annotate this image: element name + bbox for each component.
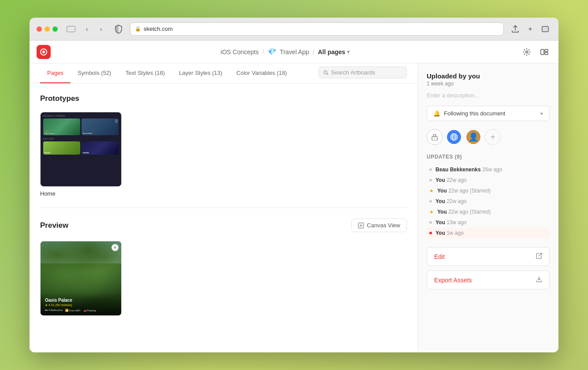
follow-bell-icon: 🔔: [433, 110, 440, 117]
back-button[interactable]: ‹: [81, 23, 93, 35]
add-member-button[interactable]: +: [485, 129, 501, 145]
sidebar-toggle[interactable]: [67, 26, 75, 32]
search-artboards-container[interactable]: [319, 67, 407, 78]
recently-viewed-section: Recently Viewed ★ 4.41 Oasis Palace: [43, 115, 119, 135]
avatar-globe: [446, 129, 462, 145]
svg-point-11: [434, 138, 435, 139]
tab-layer-styles[interactable]: Layer Styles (13): [172, 63, 229, 83]
preview-section: Preview Canvas View: [40, 218, 407, 316]
update-item-1: Beau Bekkenenks 26w ago: [427, 164, 550, 175]
update-user-1: Beau Bekkenenks: [435, 166, 481, 173]
artboard-card-home[interactable]: Recently Viewed ★ 4.41 Oasis Palace: [40, 112, 122, 197]
update-dot-6: [429, 221, 432, 224]
update-item-5: ★ You 22w ago (Starred): [427, 207, 550, 217]
update-dot-4: [429, 200, 432, 203]
search-artboards-input[interactable]: [331, 69, 402, 76]
search-icon: [324, 70, 328, 75]
artboard-grid-prototypes: Recently Viewed ★ 4.41 Oasis Palace: [40, 112, 407, 197]
updates-list: Beau Bekkenenks 26w ago You 22w ago ★ Yo…: [427, 164, 550, 238]
tab-color-variables[interactable]: Color Variables (18): [229, 63, 294, 83]
breadcrumb-workspace[interactable]: iOS Concepts: [221, 48, 259, 56]
update-time-5: 22w ago (Starred): [448, 209, 491, 215]
canvas-view-button[interactable]: Canvas View: [351, 218, 407, 232]
update-time-2: 22w ago: [447, 177, 466, 183]
export-assets-button[interactable]: Export Assets: [427, 270, 550, 289]
layout-toggle-button[interactable]: [537, 45, 551, 59]
app-bar: iOS Concepts / 💎 Travel App / All pages …: [30, 41, 558, 63]
section-divider: [40, 207, 407, 208]
uploaded-by-label: Uploaded by you: [427, 72, 550, 80]
artboard-card-oasis[interactable]: × Oasis Palace ★ 4.41 (58 reviews) 🛏 3 B…: [40, 241, 122, 316]
canvas-view-label: Canvas View: [367, 222, 400, 229]
minimize-button[interactable]: [45, 26, 50, 32]
nav-buttons: ‹ ›: [81, 23, 107, 35]
url-text: sketch.com: [144, 26, 173, 32]
update-item-4: You 22w ago: [427, 196, 550, 207]
lock-access-icon: [427, 129, 443, 145]
artboard-grid-preview: × Oasis Palace ★ 4.41 (58 reviews) 🛏 3 B…: [40, 241, 407, 316]
share-button[interactable]: [509, 23, 521, 35]
tab-overview-button[interactable]: [539, 23, 551, 35]
tab-pages[interactable]: Pages: [40, 63, 71, 83]
close-button[interactable]: [37, 26, 42, 32]
preview-section-header: Preview Canvas View: [40, 218, 407, 232]
tree-canopy: [41, 241, 121, 286]
tab-symbols[interactable]: Symbols (52): [71, 63, 119, 83]
bookmark-icon: [115, 119, 118, 123]
update-time-6: 13w ago: [447, 219, 466, 226]
updates-label: UPDATES (9): [427, 154, 550, 160]
svg-rect-7: [545, 52, 548, 55]
gem-icon: 💎: [268, 48, 276, 56]
avatar-user: 👤: [465, 129, 481, 145]
app-bar-right: [520, 45, 551, 59]
browser-window: ‹ › 🔒 sketch.com +: [30, 18, 558, 352]
svg-rect-6: [545, 49, 548, 52]
right-sidebar: Uploaded by you 1 week ago Enter a descr…: [417, 63, 558, 352]
svg-rect-5: [541, 49, 544, 55]
breadcrumb-chevron-icon: ▾: [347, 49, 350, 55]
breadcrumb-project[interactable]: Travel App: [280, 48, 309, 56]
home-thumbnail[interactable]: Recently Viewed ★ 4.41 Oasis Palace: [40, 112, 122, 187]
update-user-7: You: [435, 230, 445, 236]
update-user-5: You: [437, 209, 447, 215]
update-user-2: You: [435, 177, 445, 183]
follow-dropdown-button[interactable]: 🔔 Following this document ▾: [427, 106, 550, 121]
close-preview-button[interactable]: ×: [112, 244, 119, 251]
amenity-bedrooms: 🛏 3 Bedrooms: [45, 309, 63, 312]
breadcrumb: iOS Concepts / 💎 Travel App / All pages …: [51, 48, 520, 56]
action-buttons: Edit Export Assets: [427, 247, 550, 289]
update-dot-7: [429, 232, 432, 234]
maximize-button[interactable]: [52, 26, 58, 32]
app-logo: [37, 45, 51, 59]
update-time-1: 26w ago: [482, 166, 502, 173]
address-bar[interactable]: 🔒 sketch.com: [130, 22, 504, 36]
oasis-rating: ★ 4.41 (58 reviews): [45, 303, 117, 307]
canvas-view-icon: [358, 222, 364, 229]
update-item-3: ★ You 22w ago (Starred): [427, 185, 550, 196]
breadcrumb-current[interactable]: All pages ▾: [318, 48, 350, 56]
svg-point-4: [526, 51, 528, 53]
forward-button[interactable]: ›: [95, 23, 107, 35]
upload-time: 1 week ago: [427, 81, 550, 87]
breadcrumb-sep1: /: [262, 48, 264, 56]
description-field[interactable]: Enter a description...: [427, 92, 550, 99]
globe-icon: [450, 133, 458, 141]
tab-text-styles[interactable]: Text Styles (18): [118, 63, 172, 83]
main-layout: Pages Symbols (52) Text Styles (18) Laye…: [30, 63, 558, 352]
content-area: Pages Symbols (52) Text Styles (18) Laye…: [30, 63, 417, 352]
update-time-3: 22w ago (Starred): [448, 188, 491, 194]
svg-point-3: [42, 51, 45, 53]
follow-chevron-icon: ▾: [540, 111, 543, 117]
oasis-thumbnail[interactable]: × Oasis Palace ★ 4.41 (58 reviews) 🛏 3 B…: [40, 241, 122, 316]
update-dot-2: [429, 179, 432, 181]
browser-actions: +: [509, 23, 551, 35]
access-row: 👤 +: [427, 129, 550, 145]
breadcrumb-sep2: /: [313, 48, 314, 56]
update-item-7: You 1w ago: [427, 228, 550, 238]
edit-button[interactable]: Edit: [427, 247, 550, 266]
new-tab-button[interactable]: +: [524, 23, 536, 35]
home-artboard-label: Home: [40, 190, 122, 197]
svg-point-8: [324, 70, 327, 74]
update-dot-1: [429, 168, 432, 171]
settings-button[interactable]: [520, 45, 534, 59]
